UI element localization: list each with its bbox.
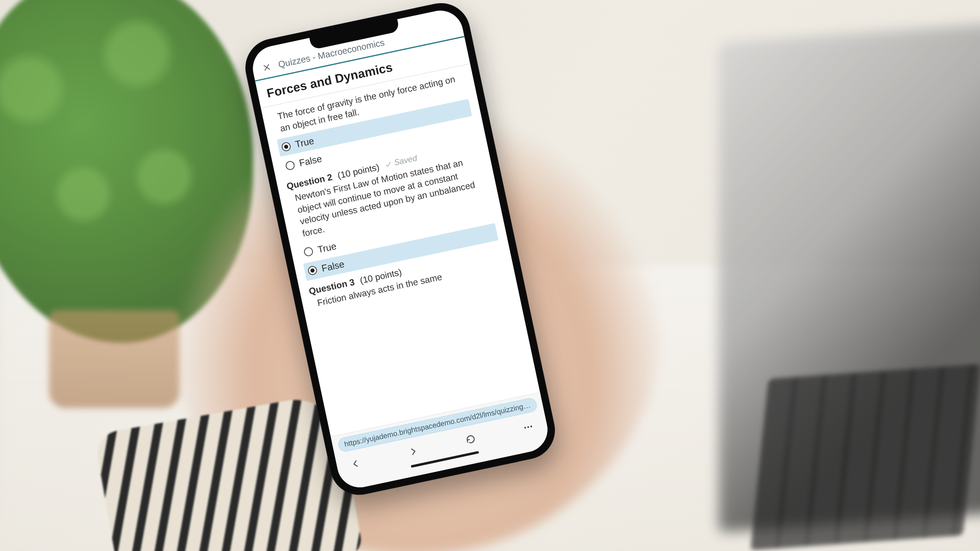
svg-point-3 xyxy=(527,426,529,428)
check-icon xyxy=(384,160,392,169)
close-icon xyxy=(261,62,272,73)
option-label: True xyxy=(316,240,337,255)
more-icon xyxy=(522,421,535,433)
background-pot xyxy=(49,310,180,408)
option-label: True xyxy=(294,136,315,150)
svg-point-2 xyxy=(524,427,526,429)
radio-icon xyxy=(303,247,314,257)
radio-checked-icon xyxy=(281,141,292,152)
option-label: False xyxy=(321,258,345,274)
reload-icon xyxy=(464,433,477,446)
reload-button[interactable] xyxy=(461,430,480,449)
chevron-right-icon xyxy=(407,445,419,458)
svg-point-4 xyxy=(530,425,532,427)
radio-icon xyxy=(285,160,296,171)
svg-line-1 xyxy=(264,64,270,71)
chevron-left-icon xyxy=(350,458,362,470)
background-keyboard xyxy=(751,364,980,550)
close-button[interactable] xyxy=(260,60,274,75)
saved-label: Saved xyxy=(393,153,418,167)
radio-checked-icon xyxy=(307,265,318,276)
back-button[interactable] xyxy=(346,454,365,473)
more-button[interactable] xyxy=(519,418,538,437)
option-label: False xyxy=(298,153,323,169)
forward-button[interactable] xyxy=(403,442,423,461)
